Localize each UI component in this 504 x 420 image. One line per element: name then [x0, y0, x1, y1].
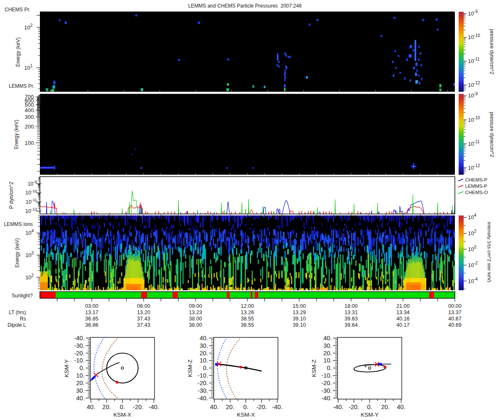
svg-text:pressure dyne/cm^2: pressure dyne/cm^2 — [489, 112, 495, 157]
svg-text:37.43: 37.43 — [137, 316, 150, 322]
svg-text:20.: 20. — [323, 350, 332, 357]
svg-text:13.37: 13.37 — [448, 310, 461, 315]
svg-text:-20.: -20. — [321, 380, 332, 386]
svg-text:LEMMS and CHEMS Particle Press: LEMMS and CHEMS Particle Pressures 2007:… — [188, 3, 302, 9]
svg-text:0.: 0. — [367, 404, 372, 410]
svg-text:-10.: -10. — [197, 372, 208, 379]
svg-text:13.23: 13.23 — [189, 310, 202, 315]
svg-text:36.85: 36.85 — [85, 316, 98, 322]
svg-text:21:00: 21:00 — [396, 303, 410, 309]
svg-text:40.: 40. — [87, 404, 95, 410]
svg-text:Energy (keV): Energy (keV) — [15, 37, 21, 67]
svg-text:40.: 40. — [397, 404, 405, 410]
svg-text:-30.: -30. — [197, 387, 208, 394]
svg-text:Rs: Rs — [20, 316, 26, 322]
svg-text:38.00: 38.00 — [189, 316, 202, 322]
svg-text:KSM-X: KSM-X — [237, 412, 255, 418]
svg-text:20.: 20. — [76, 380, 84, 386]
svg-text:30.: 30. — [76, 387, 84, 394]
svg-text:40.: 40. — [200, 335, 208, 341]
svg-text:Energy (keV): Energy (keV) — [14, 238, 20, 268]
svg-text:CHEMS Pr.: CHEMS Pr. — [5, 7, 30, 13]
svg-text:-40.: -40. — [321, 395, 332, 402]
svg-text:KSM-Z: KSM-Z — [311, 360, 317, 377]
svg-text:40.: 40. — [210, 404, 218, 410]
svg-text:13.26: 13.26 — [241, 310, 254, 315]
svg-text:LEMMS-P: LEMMS-P — [465, 184, 488, 189]
svg-text:0.: 0. — [203, 365, 208, 371]
svg-text:30.: 30. — [200, 342, 208, 349]
svg-text:18:00: 18:00 — [344, 303, 357, 309]
svg-text:200.: 200. — [25, 123, 35, 130]
svg-text:39.10: 39.10 — [293, 316, 306, 322]
svg-text:13.20: 13.20 — [137, 310, 150, 315]
svg-text:400.: 400. — [25, 107, 35, 113]
svg-text:10.: 10. — [323, 357, 332, 364]
svg-text:20.: 20. — [200, 350, 208, 357]
svg-text:20.: 20. — [381, 404, 389, 410]
svg-text:-20.: -20. — [349, 404, 359, 410]
svg-text:13.17: 13.17 — [85, 310, 98, 315]
svg-text:10.: 10. — [200, 357, 208, 364]
svg-text:38.55: 38.55 — [241, 316, 254, 322]
svg-text:13.31: 13.31 — [344, 310, 357, 315]
svg-text:03:00: 03:00 — [85, 303, 98, 309]
svg-text:20.: 20. — [102, 404, 111, 410]
svg-text:39.10: 39.10 — [293, 322, 306, 328]
svg-text:-40.: -40. — [149, 404, 159, 410]
svg-text:300.: 300. — [25, 114, 35, 120]
svg-text:40.: 40. — [76, 395, 84, 402]
svg-text:CHEMS-P: CHEMS-P — [465, 177, 488, 182]
svg-text:-10.: -10. — [74, 357, 84, 364]
svg-text:KSM-Y: KSM-Y — [361, 412, 379, 418]
svg-text:40.16: 40.16 — [396, 316, 410, 322]
svg-text:12:00: 12:00 — [241, 303, 254, 309]
svg-text:20.: 20. — [226, 404, 234, 410]
svg-text:Energy (keV): Energy (keV) — [13, 120, 19, 149]
svg-text:30.: 30. — [323, 342, 332, 349]
svg-text:00:00: 00:00 — [448, 303, 461, 309]
svg-text:pressure dyne/cm^2: pressure dyne/cm^2 — [489, 29, 495, 74]
svg-text:-40.: -40. — [197, 395, 208, 402]
svg-text:39.63: 39.63 — [344, 316, 357, 322]
svg-text:40.67: 40.67 — [448, 316, 461, 322]
svg-text:15:00: 15:00 — [293, 303, 306, 309]
svg-text:38.55: 38.55 — [241, 322, 254, 328]
svg-text:40.69: 40.69 — [448, 322, 461, 328]
svg-text:39.64: 39.64 — [344, 322, 357, 328]
svg-text:13.34: 13.34 — [396, 310, 410, 315]
svg-text:100.: 100. — [25, 140, 35, 146]
svg-text:KSM-Z: KSM-Z — [187, 360, 193, 377]
svg-text:CHEMS-O: CHEMS-O — [465, 190, 488, 195]
svg-text:40.17: 40.17 — [396, 322, 410, 328]
svg-text:-10.: -10. — [321, 372, 332, 379]
svg-text:LEMMS Pr.: LEMMS Pr. — [9, 83, 34, 89]
svg-text:36.86: 36.86 — [85, 322, 98, 328]
svg-text:KSM-Y: KSM-Y — [63, 359, 70, 377]
svg-text:-30.: -30. — [74, 342, 84, 349]
svg-text:40.: 40. — [323, 335, 332, 341]
svg-text:-20.: -20. — [133, 404, 143, 410]
svg-text:37.43: 37.43 — [137, 322, 150, 328]
svg-text:10.: 10. — [76, 372, 84, 379]
svg-text:0.: 0. — [79, 365, 84, 371]
svg-text:intensity 1/(s cm^2 ster keV): intensity 1/(s cm^2 ster keV) — [487, 222, 492, 282]
svg-text:-30.: -30. — [321, 387, 332, 394]
svg-text:Sunlight?: Sunlight? — [12, 293, 33, 299]
svg-text:-40.: -40. — [272, 404, 283, 410]
svg-text:06:00: 06:00 — [137, 303, 150, 309]
svg-text:P dyn/cm^2: P dyn/cm^2 — [8, 182, 14, 209]
svg-text:38.00: 38.00 — [189, 322, 202, 328]
svg-text:Dipole L: Dipole L — [8, 322, 26, 328]
svg-text:LT (hrs): LT (hrs) — [9, 310, 26, 315]
svg-text:0.: 0. — [327, 365, 332, 371]
svg-text:LEMMS Ions: LEMMS Ions — [4, 221, 33, 227]
svg-text:13.29: 13.29 — [293, 310, 306, 315]
svg-text:KSM-X: KSM-X — [113, 412, 131, 418]
svg-text:-20.: -20. — [197, 380, 208, 386]
svg-text:-20.: -20. — [256, 404, 267, 410]
svg-text:-20.: -20. — [74, 350, 84, 357]
svg-text:0.: 0. — [120, 404, 125, 410]
svg-text:-40.: -40. — [333, 404, 344, 410]
svg-text:09:00: 09:00 — [189, 303, 202, 309]
